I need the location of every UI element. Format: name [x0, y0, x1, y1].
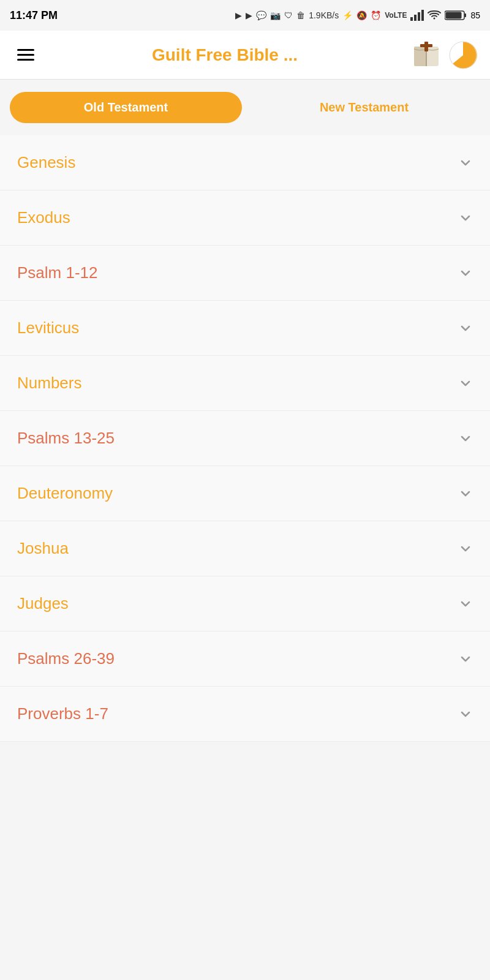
list-item[interactable]: Genesis	[0, 135, 490, 190]
svg-rect-1	[414, 15, 417, 21]
svg-rect-2	[418, 12, 420, 21]
chevron-down-icon	[458, 211, 473, 225]
chevron-down-icon	[458, 652, 473, 666]
book-name: Numbers	[17, 374, 81, 393]
chevron-down-icon	[458, 707, 473, 722]
chevron-down-icon	[458, 597, 473, 611]
chevron-down-icon	[458, 266, 473, 281]
chevron-down-icon	[458, 156, 473, 170]
mute-icon: 🔕	[356, 10, 367, 20]
battery-level: 85	[470, 10, 480, 20]
book-name: Judges	[17, 594, 69, 613]
list-item[interactable]: Exodus	[0, 190, 490, 246]
shield-icon: 🛡	[284, 10, 293, 20]
book-name: Joshua	[17, 539, 69, 558]
book-name: Proverbs 1-7	[17, 704, 108, 723]
chevron-down-icon	[458, 431, 473, 446]
alarm-icon: ⏰	[371, 10, 381, 20]
progress-chart-icon[interactable]	[448, 40, 478, 70]
book-name: Psalm 1-12	[17, 263, 98, 282]
battery-icon	[445, 10, 467, 21]
tab-old-testament[interactable]: Old Testament	[10, 92, 242, 123]
whatsapp-icon: 💬	[256, 10, 266, 20]
book-name: Genesis	[17, 153, 75, 172]
signal-icon	[410, 10, 424, 21]
book-name: Psalms 26-39	[17, 649, 115, 668]
chevron-down-icon	[458, 486, 473, 501]
trash-icon: 🗑	[296, 10, 305, 20]
youtube-icon-2: ▶	[246, 10, 252, 20]
svg-rect-5	[464, 13, 466, 17]
svg-rect-0	[410, 17, 413, 21]
list-item[interactable]: Psalm 1-12	[0, 246, 490, 301]
bible-book-icon[interactable]	[410, 39, 442, 71]
tabs-container: Old Testament New Testament	[0, 80, 490, 129]
chevron-down-icon	[458, 376, 473, 391]
list-item[interactable]: Leviticus	[0, 301, 490, 356]
wifi-icon	[428, 10, 441, 20]
list-item[interactable]: Judges	[0, 576, 490, 631]
status-bar: 11:47 PM ▶ ▶ 💬 📷 🛡 🗑 1.9KB/s ⚡ 🔕 ⏰ VoLTE	[0, 0, 490, 31]
youtube-icon: ▶	[235, 10, 242, 20]
tab-new-testament[interactable]: New Testament	[248, 92, 480, 123]
status-icons: ▶ ▶ 💬 📷 🛡 🗑 1.9KB/s ⚡ 🔕 ⏰ VoLTE	[235, 10, 480, 21]
book-name: Deuteronomy	[17, 484, 113, 503]
hamburger-button[interactable]	[12, 44, 39, 66]
network-speed: 1.9KB/s	[309, 10, 339, 20]
book-name: Leviticus	[17, 318, 79, 337]
volte-icon: VoLTE	[385, 11, 407, 20]
list-item[interactable]: Proverbs 1-7	[0, 687, 490, 742]
book-name: Psalms 13-25	[17, 429, 115, 448]
app-title: Guilt Free Bible ...	[39, 45, 410, 65]
list-item[interactable]: Deuteronomy	[0, 466, 490, 521]
chevron-down-icon	[458, 541, 473, 556]
app-header: Guilt Free Bible ...	[0, 31, 490, 80]
svg-rect-11	[420, 44, 432, 47]
list-item[interactable]: Numbers	[0, 356, 490, 411]
list-item[interactable]: Psalms 13-25	[0, 411, 490, 466]
bluetooth-icon: ⚡	[342, 10, 353, 20]
chevron-down-icon	[458, 321, 473, 336]
svg-rect-6	[446, 12, 462, 19]
book-name: Exodus	[17, 208, 70, 227]
book-list: GenesisExodusPsalm 1-12LeviticusNumbersP…	[0, 129, 490, 748]
svg-rect-3	[421, 10, 424, 21]
status-time: 11:47 PM	[10, 9, 58, 22]
list-item[interactable]: Joshua	[0, 521, 490, 576]
header-icons	[410, 39, 478, 71]
camera-icon: 📷	[270, 10, 281, 20]
list-item[interactable]: Psalms 26-39	[0, 631, 490, 687]
